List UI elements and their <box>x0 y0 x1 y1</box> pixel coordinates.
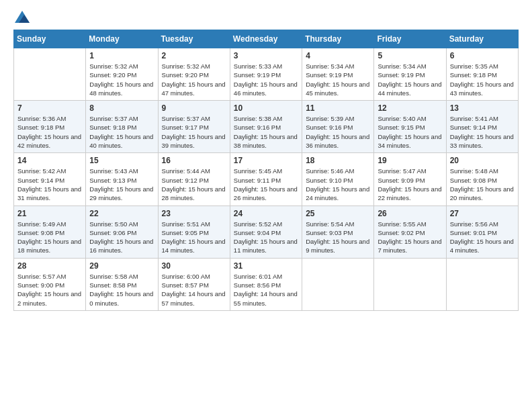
day-info: Sunrise: 5:42 AM Sunset: 9:14 PM Dayligh… <box>17 167 82 202</box>
day-number: 29 <box>89 261 154 271</box>
day-info: Sunrise: 5:41 AM Sunset: 9:14 PM Dayligh… <box>450 114 515 150</box>
calendar-cell: 28Sunrise: 5:57 AM Sunset: 9:00 PM Dayli… <box>14 258 86 310</box>
day-info: Sunrise: 5:32 AM Sunset: 9:20 PM Dayligh… <box>162 62 226 97</box>
day-number: 2 <box>162 51 226 60</box>
calendar-cell: 7Sunrise: 5:36 AM Sunset: 9:18 PM Daylig… <box>14 101 86 153</box>
calendar-cell: 31Sunrise: 6:01 AM Sunset: 8:56 PM Dayli… <box>230 258 302 310</box>
day-info: Sunrise: 5:34 AM Sunset: 9:19 PM Dayligh… <box>378 62 442 97</box>
day-info: Sunrise: 5:32 AM Sunset: 9:20 PM Dayligh… <box>89 62 154 97</box>
day-number: 8 <box>89 103 154 113</box>
day-info: Sunrise: 5:37 AM Sunset: 9:18 PM Dayligh… <box>89 114 154 150</box>
calendar-cell: 23Sunrise: 5:51 AM Sunset: 9:05 PM Dayli… <box>158 205 230 258</box>
calendar-week-row: 21Sunrise: 5:49 AM Sunset: 9:08 PM Dayli… <box>14 205 519 258</box>
day-number: 5 <box>378 51 442 60</box>
calendar-cell <box>302 258 374 310</box>
day-info: Sunrise: 5:43 AM Sunset: 9:13 PM Dayligh… <box>89 167 154 202</box>
calendar-header-row: SundayMondayTuesdayWednesdayThursdayFrid… <box>14 30 519 48</box>
day-info: Sunrise: 6:01 AM Sunset: 8:56 PM Dayligh… <box>234 272 298 308</box>
calendar-cell: 12Sunrise: 5:40 AM Sunset: 9:15 PM Dayli… <box>374 101 446 153</box>
day-number: 18 <box>306 156 370 165</box>
calendar-cell: 13Sunrise: 5:41 AM Sunset: 9:14 PM Dayli… <box>446 101 518 153</box>
day-number: 4 <box>306 51 370 60</box>
calendar-cell: 15Sunrise: 5:43 AM Sunset: 9:13 PM Dayli… <box>86 153 158 205</box>
day-info: Sunrise: 6:00 AM Sunset: 8:57 PM Dayligh… <box>162 272 226 308</box>
day-number: 11 <box>306 103 370 113</box>
day-info: Sunrise: 5:48 AM Sunset: 9:08 PM Dayligh… <box>450 167 515 202</box>
day-info: Sunrise: 5:58 AM Sunset: 8:58 PM Dayligh… <box>89 272 154 308</box>
calendar-cell: 8Sunrise: 5:37 AM Sunset: 9:18 PM Daylig… <box>86 101 158 153</box>
weekday-header-friday: Friday <box>374 30 446 48</box>
day-info: Sunrise: 5:50 AM Sunset: 9:06 PM Dayligh… <box>89 220 154 255</box>
calendar-cell: 11Sunrise: 5:39 AM Sunset: 9:16 PM Dayli… <box>302 101 374 153</box>
day-info: Sunrise: 5:45 AM Sunset: 9:11 PM Dayligh… <box>234 167 298 202</box>
calendar-week-row: 28Sunrise: 5:57 AM Sunset: 9:00 PM Dayli… <box>14 258 519 310</box>
calendar-cell: 26Sunrise: 5:55 AM Sunset: 9:02 PM Dayli… <box>374 205 446 258</box>
day-number: 12 <box>378 103 442 113</box>
day-number: 1 <box>89 51 154 60</box>
day-number: 21 <box>17 209 82 218</box>
day-number: 24 <box>234 209 298 218</box>
day-number: 9 <box>162 103 226 113</box>
calendar-week-row: 1Sunrise: 5:32 AM Sunset: 9:20 PM Daylig… <box>14 48 519 101</box>
calendar-cell: 20Sunrise: 5:48 AM Sunset: 9:08 PM Dayli… <box>446 153 518 205</box>
calendar-cell <box>14 48 86 101</box>
day-number: 27 <box>450 209 515 218</box>
day-info: Sunrise: 5:39 AM Sunset: 9:16 PM Dayligh… <box>306 114 370 150</box>
day-info: Sunrise: 5:40 AM Sunset: 9:15 PM Dayligh… <box>378 114 442 150</box>
day-number: 15 <box>89 156 154 165</box>
day-info: Sunrise: 5:47 AM Sunset: 9:09 PM Dayligh… <box>378 167 442 202</box>
day-info: Sunrise: 5:35 AM Sunset: 9:18 PM Dayligh… <box>450 62 515 97</box>
day-number: 16 <box>162 156 226 165</box>
day-info: Sunrise: 5:44 AM Sunset: 9:12 PM Dayligh… <box>162 167 226 202</box>
day-number: 19 <box>378 156 442 165</box>
day-info: Sunrise: 5:56 AM Sunset: 9:01 PM Dayligh… <box>450 220 515 255</box>
calendar-cell: 1Sunrise: 5:32 AM Sunset: 9:20 PM Daylig… <box>86 48 158 101</box>
weekday-header-sunday: Sunday <box>14 30 86 48</box>
day-number: 31 <box>234 261 298 271</box>
calendar-cell: 14Sunrise: 5:42 AM Sunset: 9:14 PM Dayli… <box>14 153 86 205</box>
calendar-week-row: 14Sunrise: 5:42 AM Sunset: 9:14 PM Dayli… <box>14 153 519 205</box>
day-number: 13 <box>450 103 515 113</box>
day-number: 3 <box>234 51 298 60</box>
calendar-cell: 30Sunrise: 6:00 AM Sunset: 8:57 PM Dayli… <box>158 258 230 310</box>
day-info: Sunrise: 5:49 AM Sunset: 9:08 PM Dayligh… <box>17 220 82 255</box>
weekday-header-wednesday: Wednesday <box>230 30 302 48</box>
day-number: 20 <box>450 156 515 165</box>
day-info: Sunrise: 5:34 AM Sunset: 9:19 PM Dayligh… <box>306 62 370 97</box>
day-number: 28 <box>17 261 82 271</box>
calendar-cell <box>374 258 446 310</box>
day-info: Sunrise: 5:38 AM Sunset: 9:16 PM Dayligh… <box>234 114 298 150</box>
day-info: Sunrise: 5:46 AM Sunset: 9:10 PM Dayligh… <box>306 167 370 202</box>
calendar-cell: 2Sunrise: 5:32 AM Sunset: 9:20 PM Daylig… <box>158 48 230 101</box>
day-number: 7 <box>17 103 82 113</box>
day-info: Sunrise: 5:51 AM Sunset: 9:05 PM Dayligh… <box>162 220 226 255</box>
day-info: Sunrise: 5:37 AM Sunset: 9:17 PM Dayligh… <box>162 114 226 150</box>
calendar-cell: 16Sunrise: 5:44 AM Sunset: 9:12 PM Dayli… <box>158 153 230 205</box>
calendar-cell: 27Sunrise: 5:56 AM Sunset: 9:01 PM Dayli… <box>446 205 518 258</box>
calendar-cell: 25Sunrise: 5:54 AM Sunset: 9:03 PM Dayli… <box>302 205 374 258</box>
calendar-cell: 29Sunrise: 5:58 AM Sunset: 8:58 PM Dayli… <box>86 258 158 310</box>
calendar-week-row: 7Sunrise: 5:36 AM Sunset: 9:18 PM Daylig… <box>14 101 519 153</box>
day-info: Sunrise: 5:52 AM Sunset: 9:04 PM Dayligh… <box>234 220 298 255</box>
day-number: 23 <box>162 209 226 218</box>
calendar-cell: 21Sunrise: 5:49 AM Sunset: 9:08 PM Dayli… <box>14 205 86 258</box>
day-number: 26 <box>378 209 442 218</box>
calendar-cell: 24Sunrise: 5:52 AM Sunset: 9:04 PM Dayli… <box>230 205 302 258</box>
day-number: 6 <box>450 51 515 60</box>
calendar-cell <box>446 258 518 310</box>
day-number: 30 <box>162 261 226 271</box>
calendar-cell: 17Sunrise: 5:45 AM Sunset: 9:11 PM Dayli… <box>230 153 302 205</box>
day-info: Sunrise: 5:33 AM Sunset: 9:19 PM Dayligh… <box>234 62 298 97</box>
calendar-cell: 19Sunrise: 5:47 AM Sunset: 9:09 PM Dayli… <box>374 153 446 205</box>
day-number: 14 <box>17 156 82 165</box>
calendar-cell: 6Sunrise: 5:35 AM Sunset: 9:18 PM Daylig… <box>446 48 518 101</box>
logo-icon <box>15 11 30 23</box>
day-info: Sunrise: 5:36 AM Sunset: 9:18 PM Dayligh… <box>17 114 82 150</box>
calendar-cell: 4Sunrise: 5:34 AM Sunset: 9:19 PM Daylig… <box>302 48 374 101</box>
logo <box>13 11 30 23</box>
day-info: Sunrise: 5:54 AM Sunset: 9:03 PM Dayligh… <box>306 220 370 255</box>
day-number: 22 <box>89 209 154 218</box>
calendar-cell: 18Sunrise: 5:46 AM Sunset: 9:10 PM Dayli… <box>302 153 374 205</box>
weekday-header-thursday: Thursday <box>302 30 374 48</box>
day-number: 25 <box>306 209 370 218</box>
